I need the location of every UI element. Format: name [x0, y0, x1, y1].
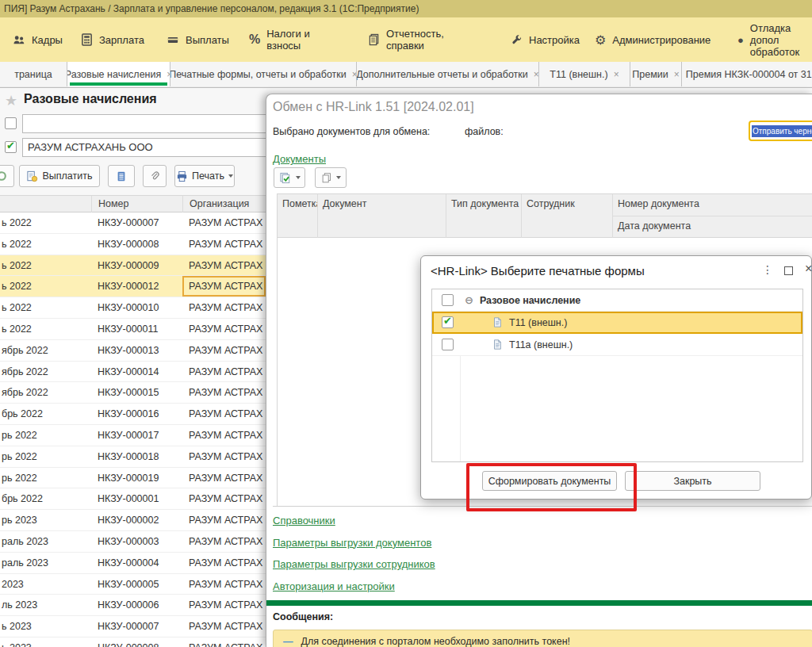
cell-number: НКЗУ-000014: [91, 362, 182, 382]
send-draft-button[interactable]: Отправить черновик: [749, 121, 812, 141]
table-row[interactable]: ь 2022НКЗУ-000012РАЗУМ АСТРАХ: [0, 276, 266, 297]
cell-period: ь 2023: [0, 637, 91, 647]
generate-documents-button[interactable]: Сформировать документы: [482, 471, 617, 491]
create-button[interactable]: [0, 165, 14, 187]
column-document[interactable]: Документ: [317, 194, 446, 238]
close-button[interactable]: Закрыть: [625, 471, 760, 491]
message-item[interactable]: — Для соединения с порталом необходимо з…: [273, 630, 812, 647]
cell-period: ябрь 2022: [0, 382, 91, 403]
table-row[interactable]: ябрь 2022НКЗУ-000014РАЗУМ АСТРАХ: [0, 362, 266, 383]
pay-button[interactable]: Выплатить: [19, 165, 100, 187]
group-checkbox[interactable]: [442, 294, 454, 306]
org-filter-input[interactable]: РАЗУМ АСТРАХАНЬ ООО: [22, 138, 270, 157]
chevron-down-icon: [296, 176, 301, 179]
print-button-label: Печать: [192, 170, 224, 182]
column-organization[interactable]: Организация: [182, 196, 266, 213]
table-row[interactable]: ь 2022НКЗУ-000008РАЗУМ АСТРАХ: [0, 234, 266, 255]
app-window: ПИЯ] Разум Астрахань / Зарплата и управл…: [0, 0, 812, 647]
column-doc-type[interactable]: Тип документа: [446, 194, 521, 238]
table-row[interactable]: ь 2023НКЗУ-000008РАЗУМ АСТРАХ: [0, 637, 266, 647]
menu-administrirovanie[interactable]: ⚙Администрирование: [595, 17, 691, 62]
cell-period: ь 2022: [0, 212, 91, 233]
tab-close-icon[interactable]: ×: [614, 69, 619, 80]
table-row[interactable]: ябрь 2022НКЗУ-000013РАЗУМ АСТРАХ: [0, 340, 266, 362]
print-form-checkbox[interactable]: [442, 339, 454, 350]
collapse-icon[interactable]: ⊖: [465, 294, 473, 306]
cell-organization: РАЗУМ АСТРАХ: [182, 276, 266, 297]
menu-vyplaty[interactable]: Выплаты: [167, 17, 229, 62]
list-view-button[interactable]: [108, 165, 135, 187]
table-row[interactable]: рь 2022НКЗУ-000017РАЗУМ АСТРАХ: [0, 425, 266, 446]
menu-nastroyka[interactable]: Настройка: [511, 17, 580, 62]
table-row[interactable]: ь 2022НКЗУ-000007РАЗУМ АСТРАХ: [0, 212, 266, 234]
table-row[interactable]: ль 2023НКЗУ-000006РАЗУМ АСТРАХ: [0, 595, 266, 616]
table-row[interactable]: раль 2023НКЗУ-000003РАЗУМ АСТРАХ: [0, 531, 266, 553]
menu-label: Налоги и взносы: [266, 28, 346, 52]
table-row[interactable]: ь 2023НКЗУ-000007РАЗУМ АСТРАХ: [0, 616, 266, 637]
documents-link[interactable]: Документы: [273, 153, 326, 165]
table-row[interactable]: ь 2022НКЗУ-000009РАЗУМ АСТРАХ: [0, 255, 266, 277]
column-doc-date[interactable]: Дата документа: [612, 216, 812, 238]
table-row[interactable]: рь 2022НКЗУ-000018РАЗУМ АСТРАХ: [0, 446, 266, 468]
cell-number: НКЗУ-000018: [91, 446, 182, 467]
table-row[interactable]: брь 2022НКЗУ-000001РАЗУМ АСТРАХ: [0, 488, 266, 510]
period-filter-checkbox[interactable]: [5, 117, 17, 129]
calculator-icon: [81, 33, 93, 46]
message-text: Для соединения с порталом необходимо зап…: [301, 636, 571, 647]
print-form-checkbox[interactable]: [442, 316, 454, 328]
tab-3[interactable]: Печатные формы, отчеты и обработки×: [170, 62, 357, 86]
cell-organization: РАЗУМ АСТРАХ: [182, 404, 266, 424]
column-employee[interactable]: Сотрудник: [521, 194, 612, 238]
table-row[interactable]: брь 2022НКЗУ-000016РАЗУМ АСТРАХ: [0, 404, 266, 425]
table-row[interactable]: ь 2022НКЗУ-000010РАЗУМ АСТРАХ: [0, 297, 266, 319]
close-icon[interactable]: ×: [805, 262, 812, 276]
table-row[interactable]: 2023НКЗУ-000005РАЗУМ АСТРАХ: [0, 574, 266, 595]
table-row[interactable]: ябрь 2022НКЗУ-000015РАЗУМ АСТРАХ: [0, 382, 266, 404]
tab-6[interactable]: Премии×: [630, 62, 682, 86]
doc-page-icon: [492, 339, 503, 350]
attachments-button[interactable]: [143, 165, 167, 187]
mark-all-dropdown-button[interactable]: [274, 167, 305, 188]
menu-otladka-obrabotok[interactable]: ●Отладка допол обработок: [737, 17, 812, 62]
table-row[interactable]: рь 2023НКЗУ-000002РАЗУМ АСТРАХ: [0, 510, 266, 531]
cell-organization: РАЗУМ АСТРАХ: [182, 297, 266, 318]
org-filter-checkbox[interactable]: [5, 141, 17, 153]
print-button[interactable]: Печать: [174, 165, 235, 187]
tab-close-icon[interactable]: ×: [674, 69, 680, 80]
maximize-icon[interactable]: [784, 266, 793, 275]
column-period[interactable]: [0, 196, 91, 213]
tab-4[interactable]: Дополнительные отчеты и обработки×: [357, 62, 539, 86]
table-row[interactable]: рь 2022НКЗУ-000019РАЗУМ АСТРАХ: [0, 468, 266, 489]
more-menu-icon[interactable]: ⋮: [762, 263, 773, 276]
cell-organization: РАЗУМ АСТРАХ: [182, 340, 266, 361]
table-row[interactable]: ь 2022НКЗУ-000011РАЗУМ АСТРАХ: [0, 319, 266, 340]
tab-label: Разовые начисления: [67, 69, 161, 80]
tab-7[interactable]: Премия НКЗК-000004 от 31.0: [682, 62, 812, 86]
column-mark[interactable]: Пометка: [278, 194, 317, 238]
menu-zarplata[interactable]: Зарплата: [81, 17, 144, 62]
print-form-row[interactable]: Т11 (внешн.): [432, 312, 802, 334]
table-row[interactable]: раль 2023НКЗУ-000004РАЗУМ АСТРАХ: [0, 553, 266, 574]
pay-button-label: Выплатить: [42, 170, 92, 182]
documents-table: ь 2022НКЗУ-000007РАЗУМ АСТРАХь 2022НКЗУ-…: [0, 212, 266, 647]
link-4[interactable]: Авторизация и настройки: [273, 580, 395, 592]
print-form-row[interactable]: Т11а (внешн.): [432, 334, 802, 356]
cell-period: ь 2022: [0, 319, 91, 339]
cell-organization: РАЗУМ АСТРАХ: [182, 574, 266, 595]
tab-2[interactable]: Разовые начисления×: [67, 62, 170, 86]
group-row[interactable]: ⊖ Разовое начисление: [432, 289, 802, 312]
menu-otchetnost-spravki[interactable]: Отчетность, справки: [368, 17, 465, 62]
column-number[interactable]: Номер: [91, 196, 182, 213]
tab-1[interactable]: траница: [0, 62, 67, 86]
period-filter-input[interactable]: [22, 114, 270, 133]
favorite-star-icon[interactable]: ★: [5, 92, 17, 109]
menu-kadry[interactable]: Кадры: [13, 17, 63, 62]
menu-nalogi-vznosy[interactable]: %Налоги и взносы: [249, 17, 346, 62]
column-doc-number[interactable]: Номер документа: [612, 194, 812, 216]
link-3[interactable]: Параметры выгрузки сотрудников: [273, 558, 435, 570]
link-1[interactable]: Справочники: [273, 515, 335, 526]
tab-5[interactable]: Т11 (внешн.)×: [539, 62, 630, 86]
copy-dropdown-button[interactable]: [315, 167, 347, 188]
link-2[interactable]: Параметры выгрузки документов: [273, 537, 431, 549]
tab-close-icon[interactable]: ×: [534, 69, 539, 80]
